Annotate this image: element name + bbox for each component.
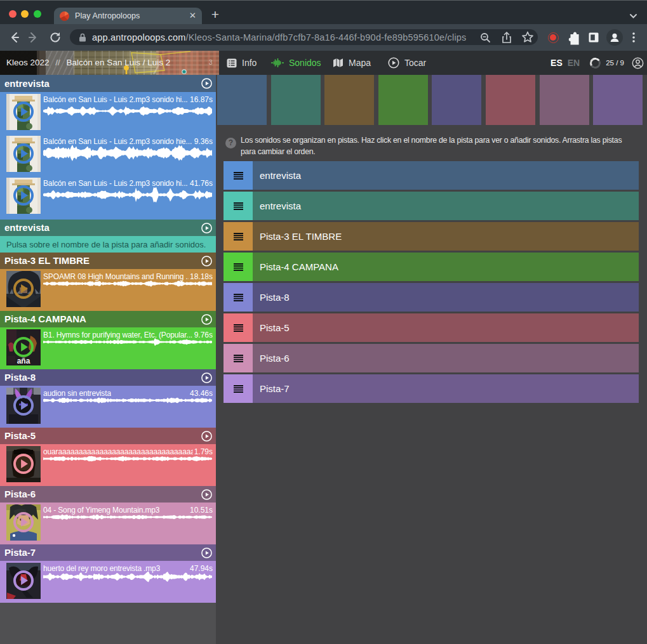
svg-text:3: 3 [209,59,213,66]
svg-text:aña: aña [17,357,30,365]
